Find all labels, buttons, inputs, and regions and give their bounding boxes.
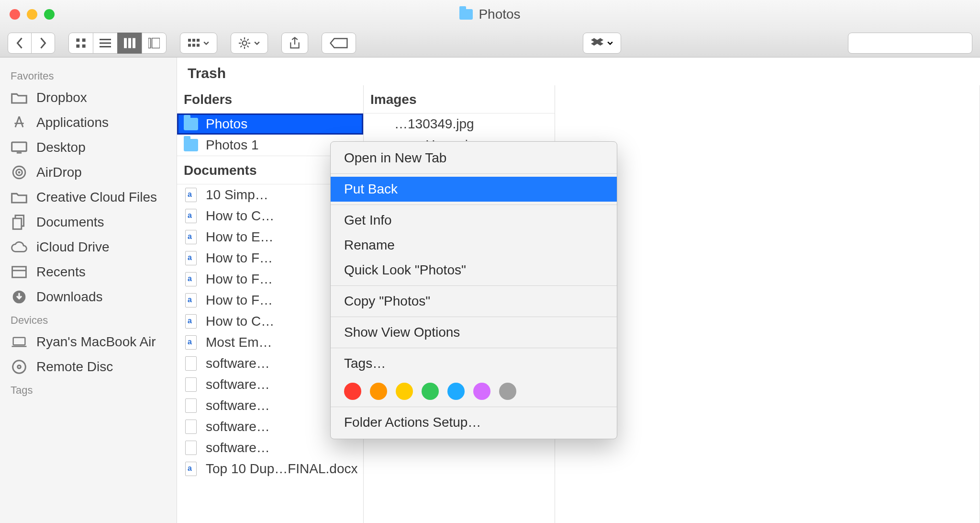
sidebar-item[interactable]: Desktop bbox=[0, 135, 177, 160]
tag-dot-org[interactable] bbox=[370, 383, 387, 400]
sidebar-item[interactable]: Creative Cloud Files bbox=[0, 185, 177, 210]
sidebar-item[interactable]: Documents bbox=[0, 210, 177, 235]
sidebar-item-label: Ryan's MacBook Air bbox=[36, 334, 156, 350]
tag-dot-grn[interactable] bbox=[422, 383, 439, 400]
svg-rect-7 bbox=[148, 38, 151, 48]
document-icon bbox=[185, 293, 197, 307]
disc-icon bbox=[11, 359, 28, 375]
sidebar-item[interactable]: Recents bbox=[0, 260, 177, 284]
column-group-header: Folders bbox=[177, 85, 363, 114]
file-row[interactable]: …130349.jpg bbox=[364, 114, 555, 135]
minimize-button[interactable] bbox=[27, 9, 37, 20]
file-row[interactable]: Photos bbox=[177, 114, 363, 135]
sidebar: FavoritesDropboxApplicationsDesktopAirDr… bbox=[0, 57, 177, 523]
tags-button[interactable] bbox=[322, 33, 356, 54]
tag-dot-yel[interactable] bbox=[396, 383, 413, 400]
sidebar-item[interactable]: Dropbox bbox=[0, 85, 177, 110]
column-group-header: Images bbox=[364, 85, 555, 114]
column-3 bbox=[555, 85, 980, 523]
app-icon bbox=[11, 115, 28, 130]
window-title: Photos bbox=[0, 7, 980, 22]
path-header: Trash bbox=[177, 57, 980, 85]
folder-icon bbox=[184, 118, 198, 130]
sidebar-item-label: Downloads bbox=[36, 289, 103, 305]
tag-dot-gry[interactable] bbox=[499, 383, 516, 400]
sidebar-section-header: Devices bbox=[0, 309, 177, 330]
sidebar-item[interactable]: Downloads bbox=[0, 284, 177, 309]
arrange-button[interactable] bbox=[180, 33, 217, 54]
file-label: …130349.jpg bbox=[370, 116, 474, 132]
menu-item[interactable]: Rename bbox=[331, 233, 617, 258]
tag-dot-red[interactable] bbox=[344, 383, 361, 400]
view-icons-button[interactable] bbox=[68, 33, 93, 54]
document-icon bbox=[185, 462, 197, 476]
zoom-button[interactable] bbox=[44, 9, 55, 20]
action-button[interactable] bbox=[231, 33, 268, 54]
menu-item[interactable]: Get Info bbox=[331, 208, 617, 233]
recents-icon bbox=[11, 264, 28, 280]
sidebar-item-label: iCloud Drive bbox=[36, 239, 110, 255]
forward-button[interactable] bbox=[31, 33, 55, 54]
sidebar-item[interactable]: Ryan's MacBook Air bbox=[0, 330, 177, 354]
svg-rect-14 bbox=[197, 44, 200, 46]
folder-icon bbox=[459, 9, 473, 20]
file-label: Photos bbox=[206, 116, 247, 132]
sidebar-item[interactable]: Applications bbox=[0, 110, 177, 135]
file-row[interactable]: Top 10 Dup…FINAL.docx bbox=[177, 458, 363, 479]
file-label: How to C… bbox=[206, 208, 274, 224]
traffic-lights bbox=[10, 9, 55, 20]
menu-item[interactable]: Copy "Photos" bbox=[331, 289, 617, 314]
svg-rect-0 bbox=[76, 38, 79, 42]
view-gallery-button[interactable] bbox=[142, 33, 167, 54]
document-icon bbox=[185, 356, 197, 371]
file-label: software… bbox=[206, 377, 270, 392]
menu-item[interactable]: Put Back bbox=[331, 177, 617, 202]
sidebar-section-header: Tags bbox=[0, 379, 177, 399]
nav-buttons bbox=[8, 33, 55, 54]
close-button[interactable] bbox=[10, 9, 20, 20]
sidebar-item[interactable]: AirDrop bbox=[0, 160, 177, 185]
sidebar-item[interactable]: iCloud Drive bbox=[0, 235, 177, 260]
dropbox-icon bbox=[591, 38, 603, 48]
file-row[interactable]: software… bbox=[177, 437, 363, 458]
menu-item[interactable]: Folder Actions Setup… bbox=[331, 410, 617, 435]
document-icon bbox=[185, 188, 197, 202]
file-label: How to F… bbox=[206, 272, 273, 287]
document-icon bbox=[185, 377, 197, 392]
svg-rect-13 bbox=[192, 44, 195, 46]
tag-dot-blu[interactable] bbox=[447, 383, 465, 400]
tag-color-row bbox=[331, 376, 617, 404]
back-button[interactable] bbox=[8, 33, 32, 54]
menu-item[interactable]: Open in New Tab bbox=[331, 146, 617, 171]
tag-dot-pur[interactable] bbox=[473, 383, 490, 400]
svg-rect-11 bbox=[197, 39, 200, 42]
svg-rect-24 bbox=[13, 338, 25, 345]
view-columns-button[interactable] bbox=[117, 33, 142, 54]
desktop-icon bbox=[11, 140, 28, 155]
file-label: software… bbox=[206, 419, 270, 434]
titlebar: Photos bbox=[0, 0, 980, 29]
svg-rect-12 bbox=[188, 44, 191, 46]
svg-rect-5 bbox=[128, 38, 131, 48]
dropbox-button[interactable] bbox=[583, 33, 621, 54]
gear-icon bbox=[239, 37, 250, 49]
window-title-text: Photos bbox=[479, 7, 520, 22]
svg-rect-8 bbox=[152, 38, 160, 48]
view-list-button[interactable] bbox=[93, 33, 118, 54]
menu-item[interactable]: Show View Options bbox=[331, 320, 617, 345]
document-icon bbox=[185, 230, 197, 244]
sidebar-item-label: Dropbox bbox=[36, 90, 87, 105]
menu-item[interactable]: Quick Look "Photos" bbox=[331, 258, 617, 283]
sidebar-item[interactable]: Remote Disc bbox=[0, 354, 177, 379]
menu-item[interactable]: Tags… bbox=[331, 351, 617, 376]
docs-icon bbox=[11, 215, 28, 230]
file-label: software… bbox=[206, 398, 270, 413]
share-button[interactable] bbox=[281, 33, 308, 54]
svg-rect-10 bbox=[192, 39, 195, 42]
search-input[interactable] bbox=[848, 33, 972, 54]
sidebar-item-label: Documents bbox=[36, 215, 104, 230]
context-menu[interactable]: Open in New TabPut BackGet InfoRenameQui… bbox=[330, 141, 617, 439]
chevron-down-icon bbox=[254, 41, 260, 45]
sidebar-section-header: Favorites bbox=[0, 65, 177, 85]
document-icon bbox=[185, 272, 197, 286]
